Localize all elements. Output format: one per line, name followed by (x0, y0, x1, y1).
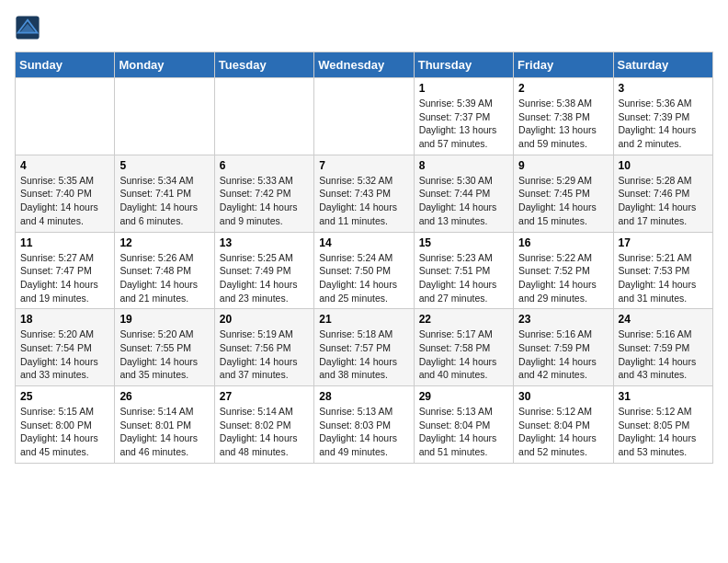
calendar-cell: 4Sunrise: 5:35 AMSunset: 7:40 PMDaylight… (16, 155, 115, 232)
calendar-cell: 14Sunrise: 5:24 AMSunset: 7:50 PMDayligh… (314, 232, 414, 309)
day-number: 11 (20, 236, 109, 249)
calendar-week-5: 25Sunrise: 5:15 AMSunset: 8:00 PMDayligh… (16, 386, 713, 464)
day-info: Sunrise: 5:16 AMSunset: 7:59 PMDaylight:… (619, 327, 708, 382)
day-info: Sunrise: 5:21 AMSunset: 7:53 PMDaylight:… (619, 251, 708, 305)
day-number: 15 (419, 236, 508, 249)
day-info: Sunrise: 5:17 AMSunset: 7:58 PMDaylight:… (419, 327, 508, 382)
day-info: Sunrise: 5:20 AMSunset: 7:54 PMDaylight:… (20, 327, 109, 382)
day-info: Sunrise: 5:16 AMSunset: 7:59 PMDaylight:… (518, 327, 608, 382)
day-number: 28 (319, 390, 408, 403)
day-number: 30 (518, 390, 608, 403)
calendar-week-3: 11Sunrise: 5:27 AMSunset: 7:47 PMDayligh… (16, 232, 713, 309)
calendar-cell: 2Sunrise: 5:38 AMSunset: 7:38 PMDaylight… (514, 78, 613, 155)
calendar-cell: 1Sunrise: 5:39 AMSunset: 7:37 PMDaylight… (414, 78, 513, 155)
day-info: Sunrise: 5:26 AMSunset: 7:48 PMDaylight:… (119, 251, 209, 305)
calendar-cell: 15Sunrise: 5:23 AMSunset: 7:51 PMDayligh… (414, 232, 513, 309)
day-number: 4 (20, 159, 109, 172)
day-number: 31 (619, 390, 708, 403)
header-monday: Monday (115, 52, 214, 78)
day-number: 27 (220, 390, 309, 403)
calendar-cell: 21Sunrise: 5:18 AMSunset: 7:57 PMDayligh… (314, 309, 414, 386)
day-number: 24 (619, 313, 708, 326)
day-info: Sunrise: 5:23 AMSunset: 7:51 PMDaylight:… (419, 251, 508, 305)
day-info: Sunrise: 5:33 AMSunset: 7:42 PMDaylight:… (220, 174, 309, 228)
header-tuesday: Tuesday (214, 52, 313, 78)
calendar-cell (314, 78, 414, 155)
header-friday: Friday (514, 52, 613, 78)
day-info: Sunrise: 5:28 AMSunset: 7:46 PMDaylight:… (619, 174, 708, 228)
day-number: 6 (220, 159, 309, 172)
calendar-cell: 24Sunrise: 5:16 AMSunset: 7:59 PMDayligh… (613, 309, 712, 386)
calendar-cell: 20Sunrise: 5:19 AMSunset: 7:56 PMDayligh… (214, 309, 313, 386)
logo-icon (15, 15, 40, 40)
day-number: 2 (518, 82, 608, 95)
day-number: 29 (419, 390, 508, 403)
header-sunday: Sunday (16, 52, 115, 78)
calendar-cell: 13Sunrise: 5:25 AMSunset: 7:49 PMDayligh… (214, 232, 313, 309)
calendar-cell: 5Sunrise: 5:34 AMSunset: 7:41 PMDaylight… (115, 155, 214, 232)
day-number: 23 (518, 313, 608, 326)
day-number: 8 (419, 159, 508, 172)
day-number: 3 (619, 82, 708, 95)
day-info: Sunrise: 5:30 AMSunset: 7:44 PMDaylight:… (419, 174, 508, 228)
day-number: 17 (619, 236, 708, 249)
calendar-table: SundayMondayTuesdayWednesdayThursdayFrid… (15, 52, 713, 464)
day-info: Sunrise: 5:19 AMSunset: 7:56 PMDaylight:… (220, 327, 309, 382)
calendar-cell: 28Sunrise: 5:13 AMSunset: 8:03 PMDayligh… (314, 386, 414, 464)
day-number: 13 (220, 236, 309, 249)
calendar-cell: 7Sunrise: 5:32 AMSunset: 7:43 PMDaylight… (314, 155, 414, 232)
calendar-cell: 16Sunrise: 5:22 AMSunset: 7:52 PMDayligh… (514, 232, 613, 309)
day-number: 7 (319, 159, 408, 172)
calendar-cell: 18Sunrise: 5:20 AMSunset: 7:54 PMDayligh… (16, 309, 115, 386)
header-thursday: Thursday (414, 52, 513, 78)
day-number: 20 (220, 313, 309, 326)
day-number: 25 (20, 390, 109, 403)
calendar-cell: 25Sunrise: 5:15 AMSunset: 8:00 PMDayligh… (16, 386, 115, 464)
day-info: Sunrise: 5:13 AMSunset: 8:04 PMDaylight:… (419, 405, 508, 459)
day-number: 22 (419, 313, 508, 326)
day-info: Sunrise: 5:34 AMSunset: 7:41 PMDaylight:… (119, 174, 209, 228)
calendar-cell: 10Sunrise: 5:28 AMSunset: 7:46 PMDayligh… (613, 155, 712, 232)
calendar-cell: 22Sunrise: 5:17 AMSunset: 7:58 PMDayligh… (414, 309, 513, 386)
calendar-cell: 27Sunrise: 5:14 AMSunset: 8:02 PMDayligh… (214, 386, 313, 464)
calendar-cell (115, 78, 214, 155)
day-number: 9 (518, 159, 608, 172)
calendar-cell: 31Sunrise: 5:12 AMSunset: 8:05 PMDayligh… (613, 386, 712, 464)
calendar-cell: 17Sunrise: 5:21 AMSunset: 7:53 PMDayligh… (613, 232, 712, 309)
day-number: 1 (419, 82, 508, 95)
calendar-cell: 26Sunrise: 5:14 AMSunset: 8:01 PMDayligh… (115, 386, 214, 464)
day-number: 12 (119, 236, 209, 249)
day-info: Sunrise: 5:25 AMSunset: 7:49 PMDaylight:… (220, 251, 309, 305)
day-info: Sunrise: 5:35 AMSunset: 7:40 PMDaylight:… (20, 174, 109, 228)
calendar-cell: 30Sunrise: 5:12 AMSunset: 8:04 PMDayligh… (514, 386, 613, 464)
day-info: Sunrise: 5:29 AMSunset: 7:45 PMDaylight:… (518, 174, 608, 228)
calendar-cell: 8Sunrise: 5:30 AMSunset: 7:44 PMDaylight… (414, 155, 513, 232)
day-number: 18 (20, 313, 109, 326)
calendar-cell: 11Sunrise: 5:27 AMSunset: 7:47 PMDayligh… (16, 232, 115, 309)
page-header (15, 15, 713, 40)
day-info: Sunrise: 5:24 AMSunset: 7:50 PMDaylight:… (319, 251, 408, 305)
day-info: Sunrise: 5:39 AMSunset: 7:37 PMDaylight:… (419, 97, 508, 151)
day-info: Sunrise: 5:22 AMSunset: 7:52 PMDaylight:… (518, 251, 608, 305)
calendar-week-2: 4Sunrise: 5:35 AMSunset: 7:40 PMDaylight… (16, 155, 713, 232)
calendar-cell: 9Sunrise: 5:29 AMSunset: 7:45 PMDaylight… (514, 155, 613, 232)
day-info: Sunrise: 5:13 AMSunset: 8:03 PMDaylight:… (319, 405, 408, 459)
day-number: 19 (119, 313, 209, 326)
calendar-cell: 12Sunrise: 5:26 AMSunset: 7:48 PMDayligh… (115, 232, 214, 309)
calendar-cell (214, 78, 313, 155)
day-info: Sunrise: 5:14 AMSunset: 8:01 PMDaylight:… (119, 405, 209, 459)
calendar-cell: 3Sunrise: 5:36 AMSunset: 7:39 PMDaylight… (613, 78, 712, 155)
day-info: Sunrise: 5:14 AMSunset: 8:02 PMDaylight:… (220, 405, 309, 459)
day-info: Sunrise: 5:12 AMSunset: 8:05 PMDaylight:… (619, 405, 708, 459)
calendar-cell: 19Sunrise: 5:20 AMSunset: 7:55 PMDayligh… (115, 309, 214, 386)
day-info: Sunrise: 5:12 AMSunset: 8:04 PMDaylight:… (518, 405, 608, 459)
day-info: Sunrise: 5:20 AMSunset: 7:55 PMDaylight:… (119, 327, 209, 382)
day-number: 10 (619, 159, 708, 172)
day-info: Sunrise: 5:27 AMSunset: 7:47 PMDaylight:… (20, 251, 109, 305)
day-number: 21 (319, 313, 408, 326)
calendar-cell: 29Sunrise: 5:13 AMSunset: 8:04 PMDayligh… (414, 386, 513, 464)
day-info: Sunrise: 5:15 AMSunset: 8:00 PMDaylight:… (20, 405, 109, 459)
day-info: Sunrise: 5:36 AMSunset: 7:39 PMDaylight:… (619, 97, 708, 151)
calendar-cell (16, 78, 115, 155)
calendar-header-row: SundayMondayTuesdayWednesdayThursdayFrid… (16, 52, 713, 78)
